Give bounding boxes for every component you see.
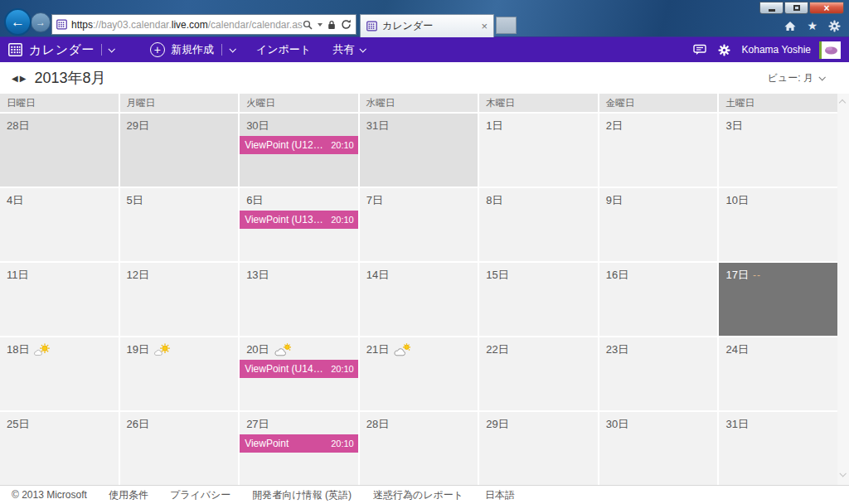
day-cell[interactable]: 29日	[479, 412, 598, 485]
day-cell[interactable]: 31日	[719, 412, 837, 485]
back-button[interactable]: ←	[4, 8, 32, 36]
weekday-header: 日曜日	[0, 94, 119, 112]
footer-link[interactable]: 開発者向け情報 (英語)	[252, 488, 352, 502]
footer-link[interactable]: 日本語	[485, 488, 515, 502]
next-month-button[interactable]: ▶	[20, 74, 27, 83]
day-cell[interactable]: 23日	[599, 337, 718, 410]
date-label: 30日	[246, 119, 269, 133]
avatar[interactable]	[819, 41, 841, 59]
day-cell[interactable]: 3日	[719, 114, 837, 187]
day-cell[interactable]: 10日	[719, 188, 837, 261]
footer-link[interactable]: 使用条件	[109, 488, 148, 502]
calendar-event[interactable]: ViewPoint (U13…20:10	[240, 211, 358, 229]
day-cell[interactable]: 19日	[120, 337, 239, 410]
address-bar[interactable]: https://bay03.calendar.live.com/calendar…	[51, 14, 357, 35]
weekday-header: 火曜日	[240, 94, 358, 112]
day-cell[interactable]: 6日ViewPoint (U13…20:10	[240, 188, 358, 261]
day-cell[interactable]: 30日ViewPoint (U12…20:10	[240, 114, 358, 187]
date-label: 30日	[606, 417, 628, 432]
date-label: 4日	[7, 193, 23, 208]
search-icon[interactable]	[303, 20, 313, 30]
day-cell[interactable]: 30日	[599, 412, 718, 485]
day-cell[interactable]: 26日	[120, 412, 239, 485]
calendar-event[interactable]: ViewPoint (U12…20:10	[240, 136, 358, 154]
day-cell[interactable]: 7日	[360, 188, 478, 261]
forward-arrow-icon: →	[36, 17, 46, 28]
day-cell[interactable]: 13日	[240, 263, 358, 336]
event-title: ViewPoint (U13…	[245, 214, 327, 225]
day-cell[interactable]: 16日	[599, 263, 718, 336]
day-cell[interactable]: 14日	[360, 263, 478, 336]
day-cell[interactable]: 21日	[360, 337, 478, 410]
view-selector[interactable]: ビュー: 月	[768, 71, 824, 85]
day-cell[interactable]: 12日	[120, 263, 239, 336]
weekday-header: 木曜日	[479, 94, 598, 112]
refresh-icon[interactable]	[341, 19, 352, 30]
footer-link[interactable]: 迷惑行為のレポート	[373, 488, 463, 502]
day-cell[interactable]: 9日	[599, 188, 718, 261]
event-title: ViewPoint (U14…	[245, 363, 327, 375]
restore-icon	[793, 5, 800, 11]
user-name[interactable]: Kohama Yoshie	[742, 44, 811, 56]
day-cell[interactable]: 17日--	[719, 263, 837, 336]
day-cell[interactable]: 4日	[0, 188, 119, 261]
app-menu-chevron-down-icon[interactable]	[108, 46, 114, 52]
prev-month-button[interactable]: ◀	[12, 74, 18, 83]
day-cell[interactable]: 2日	[599, 114, 718, 187]
day-cell[interactable]: 24日	[719, 337, 837, 410]
calendar-event[interactable]: ViewPoint20:10	[240, 434, 358, 453]
day-cell[interactable]: 25日	[0, 412, 119, 485]
address-favicon-calendar-icon	[56, 19, 67, 30]
tab-calendar[interactable]: カレンダー ×	[360, 14, 494, 37]
day-cell[interactable]: 20日ViewPoint (U14…20:10	[240, 337, 358, 410]
favorites-star-icon[interactable]: ★	[807, 19, 817, 32]
share-button[interactable]: 共有	[332, 42, 365, 57]
date-label: 16日	[606, 268, 628, 283]
footer-link[interactable]: プライバシー	[170, 488, 230, 502]
day-cell[interactable]: 5日	[120, 188, 239, 261]
browser-settings-gear-icon[interactable]	[828, 20, 841, 32]
event-time: 20:10	[331, 215, 354, 225]
weekday-header: 水曜日	[360, 94, 478, 112]
date-label: 29日	[127, 119, 149, 133]
new-event-button[interactable]: + 新規作成	[150, 42, 235, 57]
date-label: 5日	[127, 193, 143, 208]
day-cell[interactable]: 18日	[0, 337, 119, 410]
day-cell[interactable]: 31日	[360, 114, 478, 187]
date-label: 31日	[725, 417, 748, 432]
day-cell[interactable]: 28日	[360, 412, 478, 485]
day-cell[interactable]: 29日	[120, 114, 239, 187]
date-label: 12日	[127, 268, 149, 283]
new-menu-chevron-down-icon[interactable]	[229, 46, 235, 52]
calendar-event[interactable]: ViewPoint (U14…20:10	[240, 360, 358, 378]
date-label: 22日	[486, 342, 508, 357]
url-text: https://bay03.calendar.live.com/calendar…	[71, 19, 303, 31]
event-time: 20:10	[331, 140, 354, 150]
day-cell[interactable]: 22日	[479, 337, 598, 410]
scroll-up-icon[interactable]	[839, 99, 846, 106]
maximize-button[interactable]	[784, 2, 808, 14]
scroll-down-icon[interactable]	[839, 470, 846, 477]
feedback-icon[interactable]	[693, 44, 706, 56]
settings-gear-icon[interactable]	[718, 44, 730, 56]
date-label: 13日	[246, 268, 269, 283]
date-label: 18日	[7, 342, 29, 357]
day-cell[interactable]: 11日	[0, 263, 119, 336]
day-cell[interactable]: 15日	[479, 263, 598, 336]
minimize-button[interactable]	[759, 2, 784, 14]
new-tab-button[interactable]	[496, 17, 517, 34]
day-cell[interactable]: 28日	[0, 114, 119, 187]
scrollbar[interactable]	[837, 94, 849, 485]
tab-close-icon[interactable]: ×	[481, 20, 488, 32]
app-title: カレンダー	[29, 42, 95, 58]
day-cell[interactable]: 27日ViewPoint20:10	[240, 412, 358, 485]
day-cell[interactable]: 1日	[479, 114, 598, 187]
search-dropdown-icon[interactable]	[318, 23, 323, 27]
close-button[interactable]: ×	[809, 2, 844, 14]
date-label: 14日	[366, 268, 389, 283]
import-button[interactable]: インポート	[256, 42, 311, 57]
date-label: 24日	[725, 342, 748, 357]
day-cell[interactable]: 8日	[479, 188, 598, 261]
forward-button[interactable]: →	[31, 12, 51, 32]
home-icon[interactable]	[784, 21, 796, 32]
